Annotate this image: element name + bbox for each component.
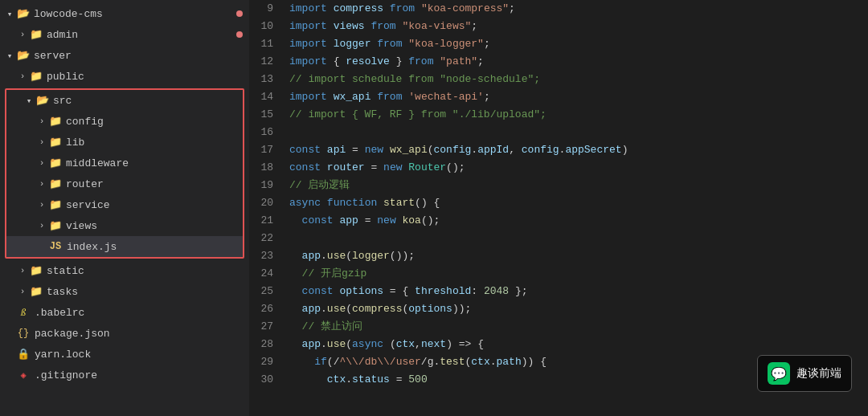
tree-item-admin[interactable]: › 📁 admin — [0, 24, 249, 45]
folder-icon: 📁 — [29, 28, 43, 41]
tree-item-views[interactable]: › 📁 views — [6, 215, 243, 236]
line-num: 24 — [249, 265, 273, 283]
tree-label: yarn.lock — [35, 349, 91, 361]
arrow-icon: ▾ — [3, 9, 16, 19]
line-num: 13 — [249, 71, 273, 88]
tree-item-tasks[interactable]: › 📁 tasks — [0, 281, 249, 302]
arrow-icon: › — [16, 287, 29, 296]
tree-label: static — [47, 265, 84, 277]
line-num: 11 — [249, 35, 273, 53]
line-num: 17 — [249, 141, 273, 159]
line-num: 25 — [249, 283, 273, 300]
code-line: app.use(logger()); — [289, 247, 868, 265]
tree-item-index-js[interactable]: JS index.js — [6, 236, 243, 257]
code-line: import logger from "koa-logger"; — [289, 35, 868, 53]
tree-label: tasks — [47, 286, 78, 298]
arrow-icon: › — [35, 200, 48, 210]
file-explorer[interactable]: ▾ 📂 lowcode-cms › 📁 admin ▾ 📂 server › 📁… — [0, 0, 249, 416]
tree-label: server — [34, 50, 72, 62]
code-line: const router = new Router(); — [289, 159, 868, 177]
tree-label: src — [53, 95, 72, 107]
tree-item-babelrc[interactable]: ß .babelrc — [0, 302, 249, 323]
code-line: app.use(compress(options)); — [289, 300, 868, 318]
line-num: 16 — [249, 124, 273, 141]
tree-label: middleware — [66, 157, 129, 169]
folder-icon: 📁 — [48, 115, 63, 128]
tree-label: index.js — [67, 241, 117, 253]
tree-label: .babelrc — [35, 307, 84, 319]
tree-item-static[interactable]: › 📁 static — [0, 260, 249, 281]
arrow-icon: › — [35, 116, 48, 126]
tree-item-lowcode-cms[interactable]: ▾ 📂 lowcode-cms — [0, 3, 249, 24]
arrow-icon: ▾ — [23, 96, 35, 106]
tree-item-server[interactable]: ▾ 📂 server — [0, 45, 249, 66]
line-num: 12 — [249, 53, 273, 71]
js-file-icon: JS — [48, 241, 63, 252]
code-line: // import schedule from "node-schedule"; — [289, 71, 868, 88]
line-num: 26 — [249, 300, 273, 318]
code-line: const api = new wx_api(config.appId, con… — [289, 141, 868, 159]
line-num: 19 — [249, 177, 273, 194]
tree-item-src[interactable]: ▾ 📂 src — [6, 90, 243, 111]
tree-item-middleware[interactable]: › 📁 middleware — [6, 153, 243, 173]
folder-icon: 📁 — [29, 264, 43, 277]
code-line: import wx_api from 'wechat-api'; — [289, 88, 868, 106]
folder-icon: 📁 — [29, 285, 43, 298]
json-icon: {} — [16, 328, 31, 339]
tree-label: package.json — [35, 328, 110, 340]
src-highlight-box: ▾ 📂 src › 📁 config › 📁 lib › 📁 middlewar… — [5, 88, 244, 259]
tree-item-lib[interactable]: › 📁 lib — [6, 132, 243, 153]
line-num: 29 — [249, 353, 273, 371]
code-line: import { resolve } from "path"; — [289, 53, 868, 71]
folder-icon: 📁 — [48, 136, 63, 149]
tree-label: lib — [66, 137, 84, 149]
modified-dot — [236, 10, 243, 17]
folder-open-icon: 📂 — [16, 49, 31, 62]
arrow-icon: › — [16, 266, 29, 275]
tree-item-package-json[interactable]: {} package.json — [0, 323, 249, 344]
code-line: const options = { threshold: 2048 }; — [289, 283, 868, 300]
line-num: 20 — [249, 194, 273, 212]
tree-item-config[interactable]: › 📁 config — [6, 111, 243, 132]
code-line: // 开启gzip — [289, 265, 868, 283]
folder-open-icon: 📂 — [35, 94, 50, 107]
line-num: 28 — [249, 336, 273, 353]
tree-label: views — [66, 220, 97, 232]
arrow-icon: › — [35, 221, 48, 230]
folder-icon: 📁 — [48, 198, 63, 211]
line-numbers: 9 10 11 12 13 14 15 16 17 18 19 20 21 22… — [249, 0, 283, 416]
arrow-icon: › — [16, 30, 29, 39]
line-num: 10 — [249, 18, 273, 35]
tree-label: .gitignore — [35, 369, 97, 381]
lock-icon: 🔒 — [16, 348, 31, 361]
tree-item-gitignore[interactable]: ◈ .gitignore — [0, 365, 249, 385]
line-num: 15 — [249, 106, 273, 124]
code-line: async function start() { — [289, 194, 868, 212]
modified-dot — [236, 31, 243, 38]
tree-label: admin — [47, 29, 78, 41]
line-num: 9 — [249, 0, 273, 18]
tree-item-public[interactable]: › 📁 public — [0, 66, 249, 87]
line-num: 30 — [249, 371, 273, 389]
code-line: // 禁止访问 — [289, 318, 868, 336]
code-content: import compress from "koa-compress"; imp… — [283, 0, 868, 416]
code-line: // 启动逻辑 — [289, 177, 868, 194]
arrow-icon: › — [35, 179, 48, 189]
watermark-text: 趣谈前端 — [796, 366, 841, 381]
tree-item-yarn-lock[interactable]: 🔒 yarn.lock — [0, 344, 249, 365]
code-line: import views from "koa-views"; — [289, 18, 868, 35]
arrow-icon: › — [35, 158, 48, 168]
folder-icon: 📁 — [48, 177, 63, 190]
tree-label: lowcode-cms — [34, 8, 103, 20]
folder-icon: 📁 — [48, 157, 63, 169]
code-line: // import { WF, RF } from "./lib/upload"… — [289, 106, 868, 124]
babel-icon: ß — [16, 306, 31, 319]
tree-item-service[interactable]: › 📁 service — [6, 194, 243, 215]
tree-label: public — [47, 71, 84, 83]
code-line — [289, 124, 868, 141]
code-line: app.use(async (ctx,next) => { — [289, 336, 868, 353]
arrow-icon: › — [35, 137, 48, 147]
folder-icon: 📁 — [48, 219, 63, 232]
arrow-icon: › — [16, 71, 29, 81]
tree-item-router[interactable]: › 📁 router — [6, 173, 243, 194]
